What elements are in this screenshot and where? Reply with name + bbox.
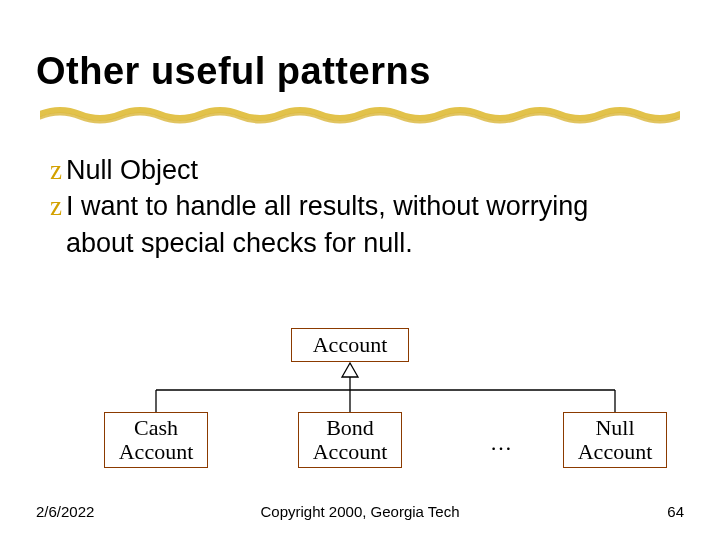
bullet-item: z I want to handle all results, without … bbox=[50, 188, 640, 261]
diagram-child-box: Null Account bbox=[563, 412, 667, 468]
bullet-icon: z bbox=[50, 188, 62, 261]
diagram-parent-box: Account bbox=[291, 328, 409, 362]
diagram-parent-label: Account bbox=[313, 333, 388, 357]
bullet-item: z Null Object bbox=[50, 152, 640, 188]
bullet-icon: z bbox=[50, 152, 62, 188]
bullet-text: Null Object bbox=[66, 152, 640, 188]
diagram-ellipsis: … bbox=[490, 430, 512, 456]
diagram-child-label: Bond Account bbox=[313, 416, 388, 464]
diagram-child-box: Cash Account bbox=[104, 412, 208, 468]
bullet-text: I want to handle all results, without wo… bbox=[66, 188, 640, 261]
title-underline bbox=[40, 104, 680, 124]
diagram-child-label: Cash Account bbox=[119, 416, 194, 464]
footer-page: 64 bbox=[667, 503, 684, 520]
footer-copyright: Copyright 2000, Georgia Tech bbox=[0, 503, 720, 520]
slide-title: Other useful patterns bbox=[36, 50, 431, 93]
diagram-child-label: Null Account bbox=[578, 416, 653, 464]
class-diagram: Account Cash Account Bond Account … Null… bbox=[0, 310, 720, 480]
svg-marker-0 bbox=[342, 363, 358, 377]
diagram-child-box: Bond Account bbox=[298, 412, 402, 468]
bullet-list: z Null Object z I want to handle all res… bbox=[50, 152, 640, 261]
